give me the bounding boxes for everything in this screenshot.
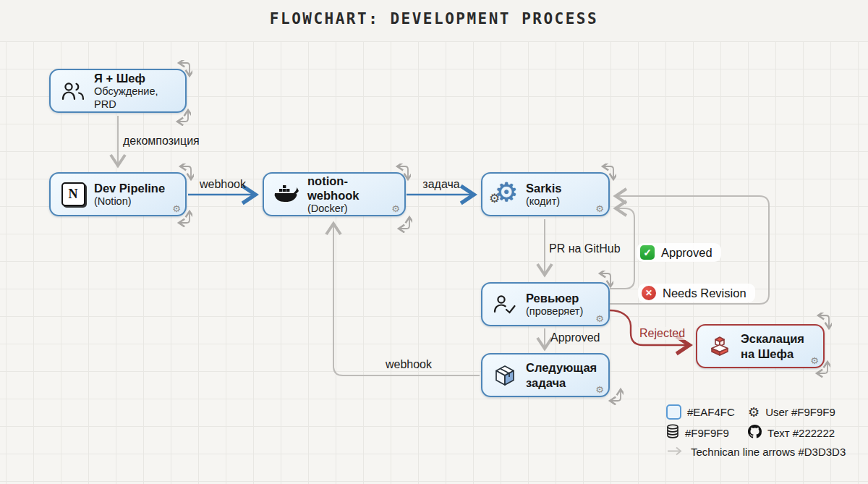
approved-badge-label: Approved — [661, 246, 712, 260]
node-title: notion-webhook — [307, 174, 397, 203]
user-check-icon — [492, 294, 518, 315]
legend-node-fill: #EAF4FC — [666, 404, 748, 420]
database-icon — [666, 424, 679, 441]
settings-gear-icon: ⚙ — [748, 406, 760, 419]
edge-label-webhook-in: webhook — [195, 178, 250, 191]
legend-text-color-label: Техт #222222 — [767, 427, 835, 439]
node-subtitle: (кодит) — [526, 195, 562, 208]
node-title: Следующая — [526, 360, 597, 375]
package-icon — [492, 364, 518, 387]
github-icon — [748, 425, 762, 441]
node-subtitle: на Шефа — [741, 347, 804, 361]
needs-revision-badge: ✕ Needs Revision — [638, 284, 755, 302]
gear-icon: ⚙ — [595, 314, 604, 323]
node-subtitle: Обсуждение, PRD — [94, 85, 178, 111]
edge-label-rejected: Rejected — [637, 327, 687, 340]
node-next-task: Следующая задача ⚙ — [481, 353, 610, 397]
gray-arrow-icon — [666, 446, 685, 458]
check-icon: ✓ — [640, 245, 655, 260]
node-subtitle: (Notion) — [94, 195, 165, 208]
node-team: Я + Шеф Обсуждение, PRD — [49, 69, 187, 113]
cross-icon: ✕ — [642, 286, 656, 300]
gear-icon: ⚙ — [810, 356, 819, 365]
needs-revision-badge-label: Needs Revision — [663, 286, 746, 300]
page-title: FLOWCHART: DEVELOPMENT PROCESS — [0, 10, 868, 27]
legend-user-fill-label: User #F9F9F9 — [765, 406, 835, 418]
edge-label-task: задача — [417, 178, 466, 191]
node-escalation: Эскалация на Шефа ⚙ — [696, 324, 825, 368]
gears-icon: ⚙⚙ — [492, 182, 518, 208]
node-subtitle: (Docker) — [307, 203, 397, 216]
node-dev-pipeline: N Dev Pipeline (Notion) ⚙ — [49, 172, 187, 216]
node-swatch-icon — [666, 404, 681, 420]
node-title: Dev Pipeline — [94, 181, 165, 195]
node-title: Я + Шеф — [94, 71, 178, 85]
edge-label-decomposition: декомпозиция — [123, 135, 200, 148]
legend-user-fill: ⚙ User #F9F9F9 — [748, 406, 835, 419]
legend-text-color: Техт #222222 — [748, 425, 835, 441]
gear-icon: ⚙ — [595, 385, 604, 394]
edge-label-approved-down: Approved — [550, 331, 600, 344]
escalation-icon — [707, 336, 733, 357]
corner-arrow-icon — [608, 386, 624, 405]
docker-icon — [273, 184, 299, 205]
edge-label-pr-github: PR на GitHub — [549, 242, 621, 255]
node-title: Sarkis — [526, 181, 562, 195]
edge-label-webhook-loop: webhook — [382, 358, 435, 371]
notion-icon: N — [60, 182, 86, 206]
edge-webhook-loop — [333, 224, 480, 375]
node-title: Ревьюер — [526, 291, 583, 305]
approved-badge: ✓ Approved — [637, 243, 721, 262]
node-title: Эскалация — [741, 331, 804, 346]
node-subtitle: (проверяет) — [526, 305, 583, 318]
users-icon — [60, 81, 86, 101]
node-reviewer: Ревьюер (проверяет) ⚙ — [481, 282, 610, 326]
node-notion-webhook: notion-webhook (Docker) ⚙ — [263, 172, 406, 216]
gear-icon: ⚙ — [595, 204, 604, 213]
legend-db-fill-label: #F9F9F9 — [685, 427, 729, 439]
node-subtitle: задача — [526, 375, 597, 390]
legend: #EAF4FC ⚙ User #F9F9F9 #F9F9F9 — [666, 404, 853, 462]
gear-icon: ⚙ — [172, 204, 181, 213]
legend-arrows: Technican line arrows #D3D3D3 — [666, 446, 846, 458]
legend-db-fill: #F9F9F9 — [666, 424, 748, 441]
gear-icon: ⚙ — [391, 204, 400, 213]
legend-arrows-label: Technican line arrows #D3D3D3 — [691, 446, 846, 458]
node-sarkis: ⚙⚙ Sarkis (кодит) ⚙ — [481, 172, 610, 216]
corner-arrow-icon — [396, 214, 412, 233]
legend-node-fill-label: #EAF4FC — [687, 406, 735, 418]
flowchart-canvas: FLOWCHART: DEVELOPMENT PROCESS — [0, 0, 868, 484]
